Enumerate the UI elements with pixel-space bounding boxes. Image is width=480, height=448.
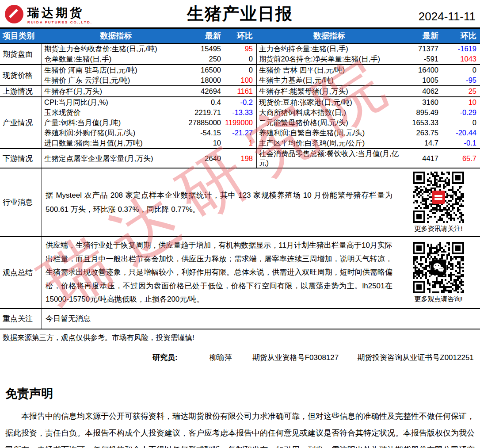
indicator-label: 期货前20名持仓:净买单量:生猪(日,手) [256, 54, 402, 64]
latest-value: 250 [190, 54, 225, 64]
section-industry-news: 行业消息 据 Mysteel 农产品 208 家定点样本企业数据统计，其中 12… [0, 168, 480, 236]
category-label: 上游情况 [0, 86, 42, 96]
table-section: 期货盘面期货主力合约收盘价:生猪(日,元/吨)1549595主力合约持仓量:生猪… [0, 43, 480, 64]
category-label: 重点关注 [0, 309, 42, 329]
indicator-label: 生猪存栏(月,万头) [42, 86, 190, 96]
chg-value: 1161 [225, 86, 256, 96]
latest-value: 0.4 [190, 97, 225, 107]
report-page: 瑞达期货 RUIDA FUTURES CO.,LTD. 生猪产业日报 2024-… [0, 0, 480, 448]
latest-value: 14.7 [402, 138, 442, 148]
latest-value: 3160 [402, 97, 442, 107]
indicator-label: CPI:当月同比(月,%) [42, 97, 190, 107]
latest-value: 1653.33 [402, 118, 442, 128]
chg-value: 100 [225, 75, 256, 85]
qr-center-logo-icon [432, 191, 445, 204]
indicator-label: 进口数量:猪肉:当月值(月,万吨) [42, 138, 190, 148]
key-focus-text: 今日暂无消息 [42, 309, 480, 329]
indicator-label: 养殖利润:自繁自养生猪(周,元/头) [256, 128, 402, 138]
chg-value: -1619 [442, 44, 480, 54]
latest-value: 1005 [402, 75, 442, 85]
indicator-label: 仓单数量:生猪(日,手) [42, 54, 190, 64]
chg-value: -0.2 [225, 97, 256, 107]
latest-value: 15495 [190, 44, 225, 54]
indicator-label: 养殖利润:外购仔猪(周,元/头) [42, 128, 190, 138]
table-section: 上游情况生猪存栏(月,万头)426941161生猪存栏:能繁母猪(月,万头)40… [0, 85, 480, 96]
opinion-summary-text: 供应端，生猪行业处于恢复周期，供应量趋于增加，有机构数据显示，11月计划生猪出栏… [42, 237, 397, 308]
col-header-indicator-right: 数据指标 [256, 31, 402, 41]
summary-qr-block: 更多观点请咨询! [397, 237, 480, 308]
chg-value: 198 [225, 149, 256, 168]
indicator-label: 生猪定点屠宰企业屠宰量(月,万头) [42, 149, 190, 168]
latest-value: 2219.71 [190, 107, 225, 118]
chg-value: -20.44 [442, 128, 480, 138]
category-label: 下游情况 [0, 149, 42, 168]
industry-news-text: 据 Mysteel 农产品 208 家定点样本企业数据统计，其中 123 家规模… [42, 168, 397, 236]
chg-value: -0.1 [442, 138, 480, 148]
chg-value: -13.33 [225, 107, 256, 118]
latest-value: -591 [402, 54, 442, 64]
latest-value: 895.49 [402, 107, 442, 118]
latest-value: -54.15 [190, 128, 225, 138]
page-title: 生猪产业日报 [0, 3, 480, 25]
latest-value: 71377 [402, 44, 442, 54]
latest-value: 16400 [402, 65, 442, 75]
table-section: 下游情况生猪定点屠宰企业屠宰量(月,万头)2640198社会消费品零售总额:餐饮… [0, 148, 480, 168]
chg-value: 1199000 [225, 118, 256, 128]
table-section: 产业情况CPI:当月同比(月,%)0.4-0.2现货价:豆粕:张家港(日,元/吨… [0, 96, 480, 148]
chg-value: 65.7 [442, 149, 480, 168]
chg-value: -21.27 [225, 128, 256, 138]
latest-value: 263.75 [402, 128, 442, 138]
indicator-label: 玉米现货价 [42, 107, 190, 118]
indicator-label: 主力合约持仓量:生猪(日,手) [256, 44, 402, 54]
wechat-icon [431, 260, 446, 275]
category-label: 现货价格 [0, 65, 42, 85]
indicator-label: 二元能繁母猪价格(周,元/头) [256, 118, 402, 128]
news-qr-caption: 更多资讯请关注! [414, 225, 462, 233]
chg-value: 10 [442, 97, 480, 107]
qualification-number-1: 期货从业资格号F0308127 [252, 352, 339, 363]
latest-value: 16500 [190, 65, 225, 75]
indicator-label: 期货主力合约收盘价:生猪(日,元/吨) [42, 44, 190, 54]
col-header-category: 项目类别 [0, 31, 42, 41]
category-label: 行业消息 [0, 168, 42, 236]
category-label: 产业情况 [0, 97, 42, 148]
chg-value: 1043 [442, 54, 480, 64]
section-opinion-summary: 观点总结 供应端，生猪行业处于恢复周期，供应量趋于增加，有机构数据显示，11月计… [0, 236, 480, 308]
summary-qr-caption: 更多观点请咨询! [414, 295, 462, 303]
table-section: 现货价格生猪价 河南 驻马店(日,元/吨)165000生猪价 吉林 四平(日,元… [0, 64, 480, 85]
latest-value: 18000 [190, 75, 225, 85]
data-table: 期货盘面期货主力合约收盘价:生猪(日,元/吨)1549595主力合约持仓量:生猪… [0, 43, 480, 168]
chg-value: -95 [442, 75, 480, 85]
title-bar: 瑞达期货 RUIDA FUTURES CO.,LTD. 生猪产业日报 2024-… [0, 0, 480, 29]
category-label: 观点总结 [0, 237, 42, 308]
chg-value: 0 [225, 54, 256, 64]
category-label: 期货盘面 [0, 44, 42, 64]
disclaimer-body: 本报告中的信息均来源于公开可获得资料，瑞达期货股份有限公司力求准确可靠，但对这些… [5, 408, 475, 448]
chg-value: 95 [225, 44, 256, 54]
indicator-label: 现货价:豆粕:张家港(日,元/吨) [256, 97, 402, 107]
section-key-focus: 重点关注 今日暂无消息 [0, 308, 480, 329]
report-date: 2024-11-11 [419, 10, 476, 23]
col-header-chg-left: 环比 [225, 31, 256, 41]
chg-value: 0 [225, 65, 256, 75]
latest-value: 27885000 [190, 118, 225, 128]
chg-value: 0 [442, 65, 480, 75]
researcher-line: 研究员: 柳瑜萍 期货从业资格号F0308127 期货投资咨询从业证书号Z001… [0, 352, 480, 363]
latest-value: 4417 [402, 149, 442, 168]
table-header-row: 项目类别 数据指标 最新 环比 数据指标 最新 环比 [0, 29, 480, 43]
indicator-label: 社会消费品零售总额:餐饮收入:当月值(月,亿元) [256, 149, 402, 168]
latest-value: 42694 [190, 86, 225, 96]
news-qr-block: 更多资讯请关注! [397, 168, 480, 236]
col-header-latest-right: 最新 [402, 31, 442, 41]
researcher-label: 研究员: [152, 352, 178, 363]
qr-code-news-icon [413, 172, 464, 223]
chg-value: -0.29 [442, 107, 480, 118]
latest-value: 10 [190, 138, 225, 148]
risk-note: 数据来源第三方，观点仅供参考。市场有风险，投资需谨慎! [0, 329, 480, 343]
qualification-number-2: 期货投资咨询从业证书号Z0012251 [357, 352, 474, 363]
indicator-label: 生猪价 吉林 四平(日,元/吨) [256, 65, 402, 75]
indicator-label: 生猪价 广东 云浮(日,元/吨) [42, 75, 190, 85]
indicator-label: 产量:饲料:当月值(月,吨) [42, 118, 190, 128]
disclaimer-heading: 免责声明 [5, 386, 480, 402]
latest-value: 4062 [402, 86, 442, 96]
